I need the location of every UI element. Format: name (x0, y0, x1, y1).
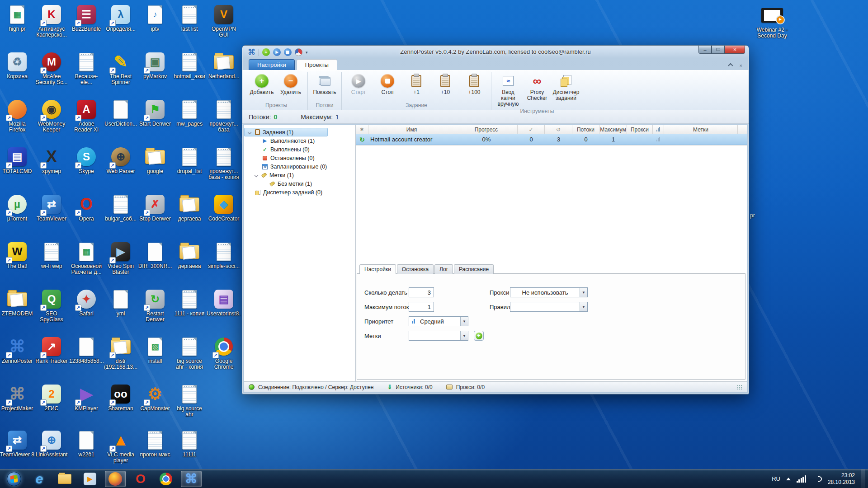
desktop-icon[interactable]: прогон макс (138, 429, 172, 458)
+1-button[interactable]: +1 (403, 72, 429, 95)
start-button[interactable] (4, 471, 24, 487)
desktop-icon[interactable]: ▧install (138, 336, 172, 364)
desktop-icon[interactable]: Because-ele... (69, 51, 104, 85)
priority-dropdown-icon[interactable]: ▼ (460, 317, 468, 326)
desktop-icon[interactable]: drupal_list (172, 146, 207, 174)
desktop-icon[interactable]: ↻↗Restart Denwer (138, 288, 172, 323)
priority-combo[interactable]: Средний ▼ (409, 316, 468, 326)
column-header[interactable]: Прогресс (455, 125, 518, 134)
desktop-icon[interactable]: ⊕↗LinkAssistant (34, 429, 69, 458)
tree-item[interactable]: Остановлены (0) (244, 154, 355, 162)
column-header-star-icon[interactable]: ✱ (356, 125, 368, 134)
taskbar-clock[interactable]: 23:02 28.10.2013 (828, 472, 855, 486)
column-header[interactable]: Имя (368, 125, 455, 134)
desktop-icon[interactable]: 1238485858... (69, 336, 104, 364)
desktop-icon[interactable]: промежут... база - копия (207, 146, 241, 180)
desktop-icon[interactable]: ⌘↗ProjectMaker (0, 383, 34, 412)
показать-button[interactable]: Показать (311, 72, 338, 95)
desktop-icon[interactable]: ZTEMODEM (0, 288, 34, 317)
desktop-icon[interactable]: yml (104, 288, 138, 317)
close-button[interactable]: × (725, 46, 745, 54)
ribbon-close-icon[interactable]: × (740, 63, 742, 68)
chrome[interactable] (156, 471, 176, 487)
chevron-down-icon[interactable] (255, 173, 258, 177)
desktop-icon[interactable]: 11111 (172, 429, 207, 458)
диспетчер-заданий-button[interactable]: Диспетчер заданий (553, 72, 579, 101)
desktop-icon[interactable]: mw_pages (172, 99, 207, 127)
internet-explorer[interactable]: e (29, 471, 50, 487)
labels-combo[interactable]: ▼ (409, 331, 468, 341)
tab-log[interactable]: Лог (434, 264, 453, 274)
windows-explorer[interactable] (54, 471, 75, 487)
column-header[interactable]: Потоки (572, 125, 599, 134)
desktop-icon[interactable]: VOpenVPN GUI (207, 4, 241, 38)
desktop-icon[interactable]: wi-fi wep (34, 241, 69, 269)
tab-projects[interactable]: Проекты (297, 59, 337, 70)
window-titlebar[interactable]: ⌘ + ▶ ▾ ZennoPoster v5.0.4.2 by ZennoLab… (242, 46, 749, 58)
desktop-icon[interactable]: google (138, 146, 172, 174)
desktop-icon[interactable]: w22б1 (69, 429, 104, 458)
desktop-icon[interactable]: дергаева (172, 193, 207, 222)
desktop-icon[interactable]: ↗↗Rank Tracker (34, 336, 69, 364)
proxy-combo[interactable]: Не использовать ▼ (510, 287, 588, 297)
rules-combo[interactable]: ▼ (510, 302, 588, 312)
column-header[interactable]: Максимум (599, 125, 627, 134)
show-desktop-button[interactable] (861, 469, 865, 488)
tree-item[interactable]: ✓Выполнены (0) (244, 145, 355, 154)
desktop-icon[interactable]: oo↗Shareman (104, 383, 138, 412)
firefox[interactable] (105, 471, 126, 487)
desktop-icon[interactable]: ↗Mozilla Firefox (0, 99, 34, 133)
tree-item[interactable]: ▶Выполняются (1) (244, 136, 355, 145)
desktop-icon[interactable]: M↗McAfee Security Sc... (34, 51, 69, 85)
desktop-icon[interactable]: 1111 - копия (172, 288, 207, 317)
tree-item[interactable]: Задания (1) (244, 128, 328, 136)
desktop-icon[interactable]: дергаева (172, 241, 207, 269)
tab-nastroyki[interactable]: Настройки (359, 264, 396, 274)
desktop-icon[interactable]: ▤Useratorinst8... (207, 288, 241, 317)
desktop-icon[interactable]: ✦↗Safari (69, 288, 104, 317)
opera[interactable]: O (130, 471, 151, 487)
column-header-chart-icon[interactable] (653, 125, 664, 134)
desktop-icon[interactable]: ☰↗BuzzBundle (69, 4, 104, 32)
desktop-icon[interactable]: Webinar #2 - Second Day (755, 5, 789, 39)
desktop-icon[interactable]: ✎↗The Best Spinner (104, 51, 138, 85)
tab-raspisanie[interactable]: Расписание (454, 264, 494, 274)
how-many-input[interactable]: 3 (409, 287, 434, 297)
desktop-icon[interactable]: 2↗2ГИС (34, 383, 69, 412)
tree-item[interactable]: Без метки (1) (244, 179, 355, 188)
desktop-icon[interactable]: DIR_300NR... (138, 241, 172, 269)
стоп-button[interactable]: Стоп (374, 72, 401, 95)
hidden-icons-arrow-icon[interactable] (786, 478, 791, 480)
desktop-icon[interactable]: ▲↗VLC media player (104, 429, 138, 464)
+100-button[interactable]: +100 (461, 72, 487, 95)
desktop-icon[interactable]: ▤↗TOTALCMD (0, 146, 34, 174)
rules-dropdown-icon[interactable]: ▼ (580, 302, 587, 311)
desktop-icon[interactable]: big source ahr (172, 383, 207, 418)
desktop-icon[interactable]: bulgar_соб... (104, 193, 138, 222)
proxy-dropdown-icon[interactable]: ▼ (580, 288, 587, 297)
desktop-icon[interactable]: ↗Google Chrome (207, 336, 241, 370)
column-header[interactable]: Прокси (627, 125, 653, 134)
desktop-icon[interactable]: big source ahr - копия (172, 336, 207, 370)
volume-icon[interactable] (812, 475, 822, 483)
proxy-checker-button[interactable]: ∞Proxy Checker (524, 72, 550, 101)
desktop-icon[interactable]: ♻Корзина (0, 51, 34, 80)
desktop-icon[interactable]: hotmail_акки (172, 51, 207, 80)
table-header[interactable]: ✱ИмяПрогресс✓↺ПотокиМаксимумПроксиМетки (356, 125, 747, 134)
desktop-icon[interactable]: промежут... база (207, 99, 241, 133)
desktop-icon[interactable]: O↗Opera (69, 193, 104, 222)
add-label-button[interactable]: + (474, 331, 484, 341)
desktop-icon[interactable]: A↗Adobe Reader XI (69, 99, 104, 133)
tab-settings[interactable]: Настройки (249, 59, 295, 70)
desktop-icon[interactable]: Netherland... (207, 51, 241, 80)
desktop-icon[interactable]: UserDiction... (104, 99, 138, 127)
tree-item[interactable]: Метки (1) (244, 171, 355, 179)
zennoposter[interactable]: ⌘ (181, 471, 202, 487)
max-threads-input[interactable]: 1 (409, 302, 434, 312)
column-header[interactable]: Метки (664, 125, 738, 134)
tree-item[interactable]: 12Запланированные (0) (244, 162, 355, 171)
desktop-icon[interactable]: last list (172, 4, 207, 32)
desktop-icon[interactable]: ▶↗Video Spin Blaster (104, 241, 138, 275)
resize-grip[interactable] (737, 385, 742, 390)
desktop-icon[interactable]: ▣↗pyMarkov (138, 51, 172, 80)
